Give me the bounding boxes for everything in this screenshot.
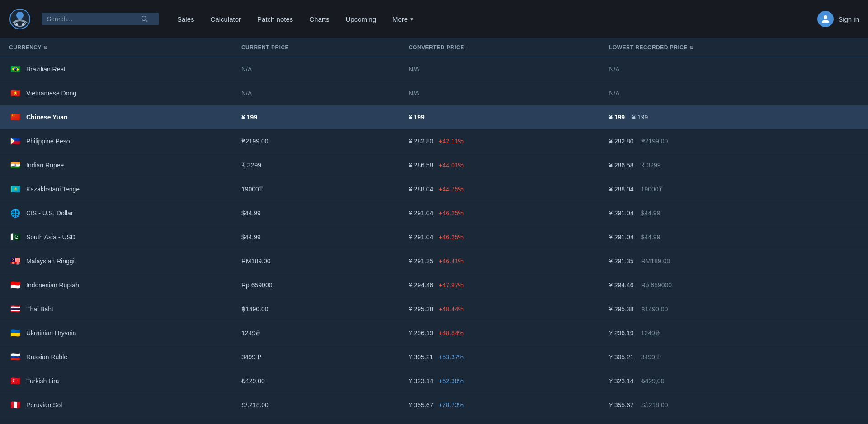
converted-price-cell: ¥ 199 bbox=[401, 105, 602, 129]
price-main: ฿1490.00 bbox=[241, 305, 269, 313]
table-row[interactable]: 🇲🇾 Malaysian Ringgit RM189.00 ¥ 291.35 +… bbox=[0, 249, 868, 273]
price-diff: +48.84% bbox=[439, 329, 464, 337]
table-body: 🇧🇷 Brazilian Real N/AN/AN/A 🇻🇳 Vietnames… bbox=[0, 57, 868, 424]
price-converted: ¥ 291.35 bbox=[409, 257, 434, 265]
table-row[interactable]: 🇻🇳 Vietnamese Dong N/AN/AN/A bbox=[0, 81, 868, 105]
price-main: 19000₸ bbox=[241, 186, 263, 193]
search-input[interactable] bbox=[47, 15, 137, 23]
price-na: N/A bbox=[609, 90, 619, 97]
table-row[interactable]: 🇰🇿 Kazakhstani Tenge 19000₸ ¥ 288.04 +44… bbox=[0, 177, 868, 201]
price-lowest: ¥ 288.04 bbox=[609, 186, 634, 193]
nav-charts[interactable]: Charts bbox=[302, 12, 336, 27]
price-main: ¥ 199 bbox=[241, 114, 257, 121]
currency-cell-14: 🇵🇪 Peruvian Sol bbox=[0, 393, 234, 417]
price-lowest-orig: 3499 ₽ bbox=[641, 353, 661, 361]
currency-name: Russian Ruble bbox=[26, 353, 67, 361]
sign-in-area[interactable]: Sign in bbox=[817, 11, 859, 27]
flag-icon: 🇨🇳 bbox=[9, 111, 22, 124]
table-row[interactable]: 🇵🇭 Philippine Peso ₱2199.00 ¥ 282.80 +42… bbox=[0, 129, 868, 153]
table-row[interactable]: 🇺🇦 Ukrainian Hryvnia 1249₴ ¥ 296.19 +48.… bbox=[0, 321, 868, 345]
steamdb-logo-icon bbox=[9, 8, 31, 30]
table-row[interactable]: 🇨🇳 Chinese Yuan ¥ 199 ¥ 199 ¥ 199 ¥ 199 bbox=[0, 105, 868, 129]
nav-links: Sales Calculator Patch notes Charts Upco… bbox=[170, 12, 807, 27]
price-lowest: ¥ 295.38 bbox=[609, 305, 634, 313]
lowest-price-cell: ¥ 282.80 ₱2199.00 bbox=[602, 129, 868, 153]
table-row[interactable]: 🇧🇷 Brazilian Real N/AN/AN/A bbox=[0, 57, 868, 81]
currency-name: Ukrainian Hryvnia bbox=[26, 329, 76, 337]
search-box[interactable] bbox=[42, 13, 159, 25]
current-price-cell: COL$ 213309 bbox=[234, 417, 401, 424]
table-row[interactable]: 🇹🇷 Turkish Lira ₺429,00 ¥ 323.14 +62.38%… bbox=[0, 369, 868, 393]
price-main: ₱2199.00 bbox=[241, 138, 269, 145]
lowest-price-cell: ¥ 286.58 ₹ 3299 bbox=[602, 153, 868, 177]
currency-cell-8: 🇲🇾 Malaysian Ringgit bbox=[0, 249, 234, 273]
converted-price-cell: N/A bbox=[401, 81, 602, 105]
currency-cell-2: 🇨🇳 Chinese Yuan bbox=[0, 105, 234, 129]
current-price-cell: $44.99 bbox=[234, 225, 401, 249]
price-lowest-orig: Rp 659000 bbox=[641, 281, 672, 289]
sign-in-text: Sign in bbox=[838, 15, 859, 23]
price-lowest: ¥ 355.67 bbox=[609, 401, 634, 409]
col-converted[interactable]: CONVERTED PRICE ↑ bbox=[401, 38, 602, 57]
currency-name: Thai Baht bbox=[26, 305, 53, 313]
price-lowest: ¥ 294.46 bbox=[609, 281, 634, 289]
table-row[interactable]: 🇮🇳 Indian Rupee ₹ 3299 ¥ 286.58 +44.01% … bbox=[0, 153, 868, 177]
steam-avatar-icon bbox=[817, 11, 834, 27]
lowest-price-cell: ¥ 295.38 ฿1490.00 bbox=[602, 297, 868, 321]
price-lowest-orig: 1249₴ bbox=[641, 329, 660, 337]
table-row[interactable]: 🌐 CIS - U.S. Dollar $44.99 ¥ 291.04 +46.… bbox=[0, 201, 868, 225]
svg-line-6 bbox=[146, 20, 148, 22]
price-converted: ¥ 291.04 bbox=[409, 210, 434, 217]
price-main: RM189.00 bbox=[241, 257, 271, 265]
nav-calculator[interactable]: Calculator bbox=[203, 12, 249, 27]
lowest-price-cell: ¥ 291.35 RM189.00 bbox=[602, 249, 868, 273]
price-diff: +62.38% bbox=[439, 377, 464, 385]
currency-cell-1: 🇻🇳 Vietnamese Dong bbox=[0, 81, 234, 105]
price-na: N/A bbox=[241, 90, 252, 97]
svg-point-3 bbox=[15, 23, 18, 26]
nav-sales[interactable]: Sales bbox=[170, 12, 202, 27]
converted-price-cell: ¥ 295.38 +48.44% bbox=[401, 297, 602, 321]
lowest-price-cell: ¥ 355.67 S/.218.00 bbox=[602, 393, 868, 417]
price-diff: +44.75% bbox=[439, 186, 464, 193]
converted-price-cell: ¥ 362.01 +81.92% bbox=[401, 417, 602, 424]
price-main: ₹ 3299 bbox=[241, 162, 261, 169]
table-row[interactable]: 🇮🇩 Indonesian Rupiah Rp 659000 ¥ 294.46 … bbox=[0, 273, 868, 297]
col-lowest[interactable]: LOWEST RECORDED PRICE ⇅ bbox=[602, 38, 868, 57]
svg-point-5 bbox=[142, 16, 146, 21]
currency-cell-4: 🇮🇳 Indian Rupee bbox=[0, 153, 234, 177]
currency-name: South Asia - USD bbox=[26, 233, 75, 241]
price-lowest: ¥ 305.21 bbox=[609, 353, 634, 361]
price-na: N/A bbox=[409, 90, 419, 97]
price-diff: +78.73% bbox=[439, 401, 464, 409]
converted-price-cell: ¥ 294.46 +47.97% bbox=[401, 273, 602, 297]
price-converted: ¥ 295.38 bbox=[409, 305, 434, 313]
current-price-cell: S/.218.00 bbox=[234, 393, 401, 417]
currency-name: Vietnamese Dong bbox=[26, 90, 76, 97]
lowest-price-cell: N/A bbox=[602, 81, 868, 105]
nav-upcoming[interactable]: Upcoming bbox=[338, 12, 383, 27]
table-row[interactable]: 🇵🇪 Peruvian Sol S/.218.00 ¥ 355.67 +78.7… bbox=[0, 393, 868, 417]
col-currency[interactable]: CURRENCY ⇅ bbox=[0, 38, 234, 57]
currency-name: Indian Rupee bbox=[26, 162, 64, 169]
converted-price-cell: ¥ 305.21 +53.37% bbox=[401, 345, 602, 369]
nav-patch-notes[interactable]: Patch notes bbox=[250, 12, 300, 27]
table-header: CURRENCY ⇅ CURRENT PRICE CONVERTED PRICE… bbox=[0, 38, 868, 57]
table-row[interactable]: 🇹🇭 Thai Baht ฿1490.00 ¥ 295.38 +48.44% ¥… bbox=[0, 297, 868, 321]
currency-cell-6: 🌐 CIS - U.S. Dollar bbox=[0, 201, 234, 225]
currency-cell-12: 🇷🇺 Russian Ruble bbox=[0, 345, 234, 369]
price-lowest: ¥ 291.04 bbox=[609, 210, 634, 217]
col-current[interactable]: CURRENT PRICE bbox=[234, 38, 401, 57]
lowest-price-cell: ¥ 294.46 Rp 659000 bbox=[602, 273, 868, 297]
price-converted: ¥ 291.04 bbox=[409, 233, 434, 241]
currency-cell-5: 🇰🇿 Kazakhstani Tenge bbox=[0, 177, 234, 201]
table-row[interactable]: 🇵🇰 South Asia - USD $44.99 ¥ 291.04 +46.… bbox=[0, 225, 868, 249]
lowest-price-cell: ¥ 288.04 19000₸ bbox=[602, 177, 868, 201]
price-lowest-orig: ₱2199.00 bbox=[641, 138, 668, 145]
flag-icon: 🇮🇩 bbox=[9, 279, 22, 291]
price-lowest: ¥ 282.80 bbox=[609, 138, 634, 145]
table-row[interactable]: 🇨🇴 Colombian Peso COL$ 213309 ¥ 362.01 +… bbox=[0, 417, 868, 424]
flag-icon: 🌐 bbox=[9, 207, 22, 219]
table-row[interactable]: 🇷🇺 Russian Ruble 3499 ₽ ¥ 305.21 +53.37%… bbox=[0, 345, 868, 369]
nav-more[interactable]: More ▼ bbox=[385, 12, 421, 27]
